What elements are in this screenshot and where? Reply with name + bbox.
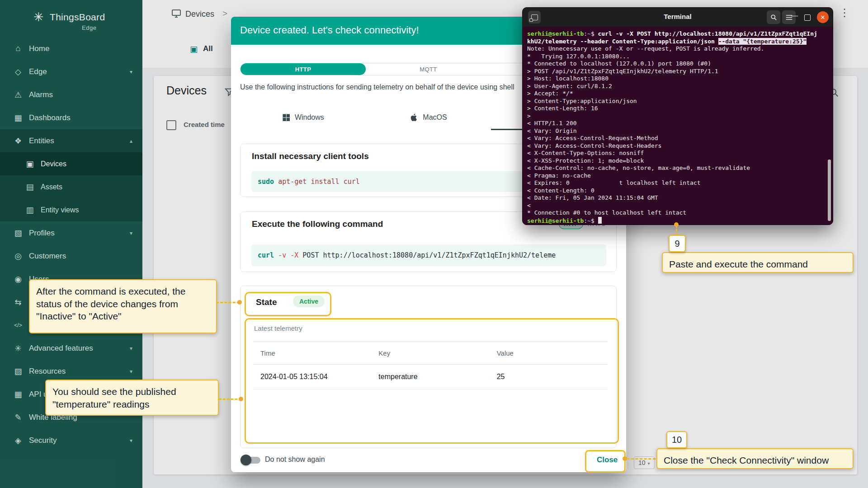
windows-icon bbox=[282, 113, 291, 122]
terminal-text: > POST /api/v1/Z1tZpxFZqt1qEInjkhU2/tele… bbox=[527, 68, 718, 75]
terminal-text: < Pragma: no-cache bbox=[527, 172, 591, 179]
terminal-line: > User-Agent: curl/8.1.2 bbox=[527, 83, 828, 90]
terminal-text: Note: Unnecessary use of -X or --request… bbox=[527, 45, 764, 52]
apple-icon bbox=[410, 113, 419, 122]
terminal-line: * Connection #0 to host localhost left i… bbox=[527, 209, 828, 217]
terminal-line: Note: Unnecessary use of -X or --request… bbox=[527, 45, 828, 53]
copy-icon[interactable] bbox=[557, 250, 601, 266]
execute-command-code[interactable]: curl -v -X POST http://localhost:18080/a… bbox=[251, 244, 606, 266]
terminal-text: * Connected to localhost (127.0.0.1) por… bbox=[527, 60, 711, 67]
terminal-line: < Content-Length: 0 bbox=[527, 187, 828, 195]
dialog-title: Device created. Let's check connectivity… bbox=[240, 24, 419, 36]
terminal-text: > Accept: */* bbox=[527, 90, 573, 97]
terminal-line: > Host: localhost:18080 bbox=[527, 75, 828, 83]
latest-telemetry-label: Latest telemetry bbox=[254, 324, 302, 332]
connector-dot bbox=[674, 222, 679, 227]
terminal-line: * Trying 127.0.0.1:18080... bbox=[527, 53, 828, 61]
terminal-line: > POST /api/v1/Z1tZpxFZqt1qEInjkhU2/tele… bbox=[527, 68, 828, 75]
telemetry-table-header: TimeKeyValue bbox=[253, 342, 608, 365]
terminal-line: < Vary: Origin bbox=[527, 127, 828, 135]
terminal-scrollbar[interactable] bbox=[828, 160, 831, 221]
terminal-line: < Vary: Access-Control-Request-Method bbox=[527, 135, 828, 142]
terminal-line: < Pragma: no-cache bbox=[527, 172, 828, 180]
terminal-titlebar[interactable]: Terminal — ✕ bbox=[523, 8, 833, 27]
terminal-line: < Date: Fri, 05 Jan 2024 11:15:04 GMT bbox=[527, 194, 828, 202]
terminal-text: serhii@serhii-tb bbox=[527, 217, 584, 224]
telemetry-row: 2024-01-05 13:15:04temperature25 bbox=[253, 365, 608, 389]
do-not-show-toggle-thumb[interactable] bbox=[241, 455, 251, 465]
code-token: -v bbox=[274, 251, 286, 259]
terminal-line: > Content-Type:application/json bbox=[527, 98, 828, 105]
terminal-text: < HTTP/1.1 200 bbox=[527, 120, 577, 127]
close-button[interactable]: Close bbox=[590, 452, 625, 468]
terminal-line: < Expires: 0 t localhost left intact bbox=[527, 179, 828, 187]
terminal-text: < Expires: 0 t localhost left intact bbox=[527, 179, 701, 186]
telemetry-cell: 2024-01-05 13:15:04 bbox=[253, 365, 371, 389]
screen: ✳ ThingsBoard Edge ⌂Home◇Edge▾⚠Alarms▦Da… bbox=[0, 0, 868, 488]
terminal-text: : bbox=[584, 30, 587, 37]
terminal-cursor bbox=[598, 217, 602, 224]
terminal-window: Terminal — ✕ serhii@serhii-tb:~$ curl -v… bbox=[522, 7, 833, 225]
protocol-tab-mqtt[interactable]: MQTT bbox=[366, 63, 491, 75]
minimize-icon[interactable]: — bbox=[791, 11, 798, 19]
connector-step10 bbox=[627, 458, 656, 460]
telemetry-col-time: Time bbox=[253, 342, 371, 364]
do-not-show-label: Do not show again bbox=[265, 455, 325, 464]
step9-badge: 9 bbox=[669, 235, 686, 252]
terminal-text: --data "{temperature:25}" bbox=[718, 38, 807, 45]
code-token: -X bbox=[286, 251, 298, 259]
connector-state bbox=[216, 302, 240, 303]
os-tab-label: MacOS bbox=[423, 113, 447, 122]
terminal-text: serhii@serhii-tb bbox=[527, 30, 584, 37]
telemetry-table-rows: 2024-01-05 13:15:04temperature25 bbox=[253, 365, 608, 389]
telemetry-cell: temperature bbox=[371, 365, 489, 389]
close-window-icon[interactable]: ✕ bbox=[817, 11, 829, 23]
terminal-text: $ bbox=[591, 30, 598, 37]
step10-badge: 10 bbox=[666, 431, 687, 448]
code-token: POST http://localhost:18080/api/v1/Z1tZp… bbox=[298, 251, 556, 259]
terminal-text: < Vary: Access-Control-Request-Method bbox=[527, 135, 658, 141]
step9-callout: Paste and execute the command bbox=[662, 252, 854, 273]
terminal-line: < bbox=[527, 202, 828, 210]
protocol-tab-http[interactable]: HTTP bbox=[241, 63, 366, 75]
terminal-line: < X-XSS-Protection: 1; mode=block bbox=[527, 157, 828, 165]
state-active-badge: Active bbox=[293, 296, 325, 307]
terminal-search-icon[interactable] bbox=[767, 10, 780, 24]
terminal-text: > Content-Length: 16 bbox=[527, 105, 598, 112]
connector-telemetry bbox=[219, 399, 241, 400]
connector-dot bbox=[623, 456, 627, 461]
terminal-text: * Connection #0 to host localhost left i… bbox=[527, 209, 686, 216]
terminal-line: > Accept: */* bbox=[527, 90, 828, 98]
connector-dot bbox=[237, 300, 242, 305]
terminal-text: > User-Agent: curl/8.1.2 bbox=[527, 83, 612, 89]
terminal-text: : bbox=[584, 217, 587, 224]
terminal-text: < Vary: Origin bbox=[527, 127, 577, 134]
terminal-line: khU2/telemetry --header Content-Type:app… bbox=[527, 38, 828, 46]
dialog-instruction: Use the following instructions for sendi… bbox=[240, 83, 514, 91]
terminal-line: < HTTP/1.1 200 bbox=[527, 120, 828, 127]
maximize-icon[interactable] bbox=[804, 14, 811, 21]
code-token: curl bbox=[258, 251, 274, 259]
terminal-line: < Vary: Access-Control-Request-Headers bbox=[527, 142, 828, 150]
os-tab-windows[interactable]: Windows bbox=[240, 105, 366, 130]
terminal-text: < X-XSS-Protection: 1; mode=block bbox=[527, 157, 644, 164]
state-label: State bbox=[256, 297, 277, 307]
terminal-text: < Date: Fri, 05 Jan 2024 11:15:04 GMT bbox=[527, 194, 658, 201]
terminal-text: < Content-Length: 0 bbox=[527, 187, 594, 194]
terminal-text: < Vary: Access-Control-Request-Headers bbox=[527, 142, 661, 149]
terminal-text: > Host: localhost:18080 bbox=[527, 75, 609, 82]
terminal-line: * Connected to localhost (127.0.0.1) por… bbox=[527, 60, 828, 68]
terminal-text: curl -v -X POST http://localhost:18080/a… bbox=[598, 30, 817, 37]
terminal-text: khU2/telemetry --header Content-Type:app… bbox=[527, 38, 718, 45]
os-tab-macos[interactable]: MacOS bbox=[366, 105, 491, 130]
terminal-text: $ bbox=[591, 217, 598, 224]
terminal-line: < Cache-Control: no-cache, no-store, max… bbox=[527, 164, 828, 172]
os-tab-label: Windows bbox=[295, 113, 324, 122]
telemetry-col-value: Value bbox=[490, 342, 608, 364]
new-tab-icon[interactable] bbox=[528, 11, 541, 23]
terminal-output[interactable]: serhii@serhii-tb:~$ curl -v -X POST http… bbox=[523, 27, 833, 225]
execute-card-title: Execute the following command bbox=[252, 219, 383, 229]
terminal-text: < X-Content-Type-Options: nosniff bbox=[527, 150, 644, 156]
terminal-text: * Trying 127.0.0.1:18080... bbox=[527, 53, 630, 60]
code-token: sudo bbox=[258, 178, 274, 186]
